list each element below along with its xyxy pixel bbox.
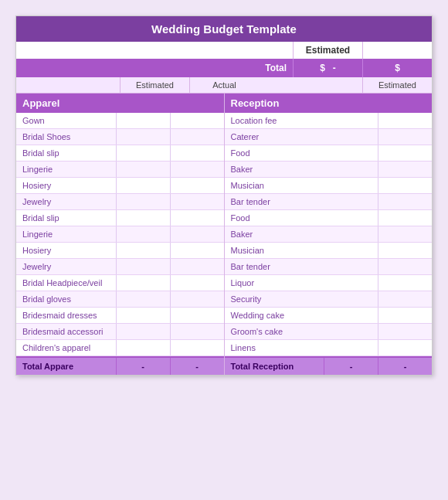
table-row: Bridal gloves (16, 291, 224, 308)
row-actual-cell[interactable] (170, 194, 224, 209)
row-label: Bridal Headpiece/veil (16, 275, 116, 291)
apparel-header: Apparel (16, 94, 224, 113)
apparel-total-row: Total Appare - - (16, 356, 224, 375)
row-label: Location fee (225, 113, 378, 128)
row-label: Bridal gloves (16, 291, 116, 307)
row-estimated-cell[interactable] (378, 340, 432, 355)
column-headers-row: Estimated Actual Estimated (16, 77, 432, 94)
table-row: Hosiery (16, 178, 224, 194)
row-estimated-cell[interactable] (378, 162, 432, 177)
row-actual-cell[interactable] (170, 340, 224, 355)
estimated-header-row: Estimated (16, 42, 432, 59)
row-estimated-cell[interactable] (378, 243, 432, 258)
table-row: Wedding cake (225, 308, 433, 324)
apparel-total-label: Total Appare (16, 358, 116, 375)
table-row: Security (225, 291, 433, 308)
row-estimated-cell[interactable] (378, 308, 432, 323)
row-label: Caterer (225, 129, 378, 145)
row-label: Children's apparel (16, 340, 116, 355)
row-estimated-cell[interactable] (116, 291, 170, 307)
spreadsheet-container: Wedding Budget Template Estimated Total … (15, 15, 433, 376)
row-actual-cell[interactable] (170, 259, 224, 274)
col-header-estimated: Estimated (120, 77, 189, 93)
row-actual-cell[interactable] (170, 129, 224, 145)
apparel-total-actual: - (170, 358, 224, 375)
estimated-header-label: Estimated (293, 42, 362, 59)
row-actual-cell[interactable] (170, 210, 224, 226)
row-actual-cell[interactable] (170, 162, 224, 177)
row-label: Bar tender (225, 194, 378, 209)
row-estimated-cell[interactable] (116, 324, 170, 339)
reception-header: Reception (225, 94, 433, 113)
row-label: Musician (225, 178, 378, 193)
table-row: Bridesmaid accessori (16, 324, 224, 340)
row-estimated-cell[interactable] (378, 275, 432, 291)
row-actual-cell[interactable] (170, 113, 224, 128)
row-label: Liquor (225, 275, 378, 291)
table-row: Location fee (225, 113, 433, 129)
row-estimated-cell[interactable] (116, 259, 170, 274)
row-label: Lingerie (16, 162, 116, 177)
table-row: Baker (225, 226, 433, 243)
apparel-total-estimated: - (116, 358, 170, 375)
row-actual-cell[interactable] (170, 243, 224, 258)
row-estimated-cell[interactable] (378, 178, 432, 193)
row-estimated-cell[interactable] (116, 275, 170, 291)
table-row: Bridal Headpiece/veil (16, 275, 224, 291)
row-estimated-cell[interactable] (116, 178, 170, 193)
table-row: Children's apparel (16, 340, 224, 356)
table-row: Bar tender (225, 194, 433, 210)
row-label: Gown (16, 113, 116, 128)
row-estimated-cell[interactable] (378, 259, 432, 274)
row-estimated-cell[interactable] (378, 129, 432, 145)
col-header-actual: Actual (189, 77, 259, 93)
row-estimated-cell[interactable] (116, 243, 170, 258)
table-row: Caterer (225, 129, 433, 145)
row-estimated-cell[interactable] (378, 226, 432, 242)
reception-section: Reception Location fee Caterer Food Bake… (225, 94, 433, 375)
total-dollar-right: $ (362, 59, 432, 77)
row-estimated-cell[interactable] (116, 162, 170, 177)
table-row: Lingerie (16, 226, 224, 243)
row-actual-cell[interactable] (170, 308, 224, 323)
row-label: Linens (225, 340, 378, 355)
row-actual-cell[interactable] (170, 324, 224, 339)
row-estimated-cell[interactable] (378, 113, 432, 128)
reception-total-actual: - (378, 358, 432, 375)
row-estimated-cell[interactable] (116, 194, 170, 209)
col-header-estimated-right: Estimated (362, 77, 432, 93)
row-estimated-cell[interactable] (116, 129, 170, 145)
table-row: Bridesmaid dresses (16, 308, 224, 324)
row-estimated-cell[interactable] (116, 308, 170, 323)
row-label: Jewelry (16, 194, 116, 209)
total-dash-val: - (333, 63, 336, 73)
row-actual-cell[interactable] (170, 145, 224, 161)
table-row: Bridal Shoes (16, 129, 224, 145)
dollar-sign: $ (320, 63, 325, 73)
apparel-rows: Gown Bridal Shoes Bridal slip Lingerie H… (16, 113, 224, 356)
table-row: Lingerie (16, 162, 224, 178)
row-actual-cell[interactable] (170, 291, 224, 307)
row-estimated-cell[interactable] (116, 145, 170, 161)
row-label: Musician (225, 243, 378, 258)
row-estimated-cell[interactable] (116, 210, 170, 226)
row-actual-cell[interactable] (170, 226, 224, 242)
row-estimated-cell[interactable] (378, 210, 432, 226)
row-label: Bar tender (225, 259, 378, 274)
row-estimated-cell[interactable] (116, 340, 170, 355)
row-estimated-cell[interactable] (378, 324, 432, 339)
total-dollar-cell: $ - (293, 59, 362, 77)
table-row: Bridal slip (16, 145, 224, 162)
row-actual-cell[interactable] (170, 178, 224, 193)
row-estimated-cell[interactable] (378, 145, 432, 161)
row-estimated-cell[interactable] (116, 226, 170, 242)
row-estimated-cell[interactable] (116, 113, 170, 128)
row-estimated-cell[interactable] (378, 194, 432, 209)
reception-total-label: Total Reception (225, 358, 324, 375)
table-row: Food (225, 210, 433, 226)
row-estimated-cell[interactable] (378, 291, 432, 307)
row-label: Baker (225, 226, 378, 242)
row-label: Wedding cake (225, 308, 378, 323)
row-actual-cell[interactable] (170, 275, 224, 291)
total-row-label: Total (16, 63, 293, 73)
